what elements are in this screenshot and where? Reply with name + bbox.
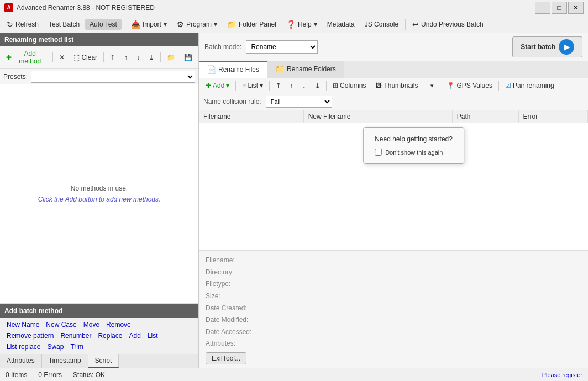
move-top-button[interactable]: ⤒ bbox=[106, 52, 119, 63]
start-batch-button[interactable]: Start batch ▶ bbox=[512, 36, 582, 57]
undo-icon: ↩ bbox=[412, 20, 419, 29]
add-method-button[interactable]: ✚ Add method bbox=[2, 48, 50, 67]
batch-tab-timestamp[interactable]: Timestamp bbox=[42, 354, 88, 368]
move-bottom-button[interactable]: ⤓ bbox=[145, 52, 158, 63]
list-label: List bbox=[248, 82, 258, 89]
exiftool-button[interactable]: ExifTool... bbox=[206, 352, 246, 364]
toolbar-divider-3 bbox=[160, 52, 161, 62]
batch-link-new-name[interactable]: New Name bbox=[3, 320, 43, 330]
batch-link-list-replace[interactable]: List replace bbox=[3, 342, 44, 352]
col-path: Path bbox=[452, 110, 518, 123]
collision-row: Name collision rule: Fail Skip Overwrite bbox=[199, 93, 588, 110]
columns-label: Columns bbox=[340, 82, 366, 89]
pair-renaming-button[interactable]: ☑ Pair renaming bbox=[501, 80, 559, 91]
batch-link-replace[interactable]: Replace bbox=[95, 331, 125, 341]
menu-test-batch[interactable]: Test Batch bbox=[44, 19, 84, 30]
gps-label: GPS Values bbox=[456, 82, 492, 89]
more-button[interactable]: ▾ bbox=[426, 81, 438, 91]
clear-button[interactable]: ⬚ Clear bbox=[70, 52, 101, 63]
ft-sep-6 bbox=[498, 81, 499, 91]
minimize-button[interactable]: ─ bbox=[535, 2, 550, 14]
info-date-accessed: Date Accessed: bbox=[206, 326, 581, 338]
col-new-filename: New Filename bbox=[303, 110, 452, 123]
batch-link-remove-pattern[interactable]: Remove pattern bbox=[3, 331, 57, 341]
maximize-button[interactable]: □ bbox=[552, 2, 567, 14]
import-icon: 📥 bbox=[131, 20, 140, 29]
menu-js-console-label: JS Console bbox=[365, 20, 398, 28]
save-button[interactable]: 💾 bbox=[180, 52, 196, 63]
app-icon: A bbox=[4, 3, 13, 12]
batch-link-remove[interactable]: Remove bbox=[103, 320, 134, 330]
sort-up-button[interactable]: ↑ bbox=[286, 81, 298, 91]
rename-files-icon: 📄 bbox=[207, 65, 216, 74]
close-button[interactable]: ✕ bbox=[568, 2, 584, 14]
tab-rename-folders[interactable]: 📁 Rename Folders bbox=[267, 61, 344, 78]
folder-button[interactable]: 📁 bbox=[163, 52, 179, 63]
file-info: Filename: Directory: Filetype: Size: Dat… bbox=[199, 251, 588, 368]
batch-link-trim[interactable]: Trim bbox=[67, 342, 87, 352]
batch-header: Add batch method bbox=[0, 304, 198, 318]
thumbnails-button[interactable]: 🖼 Thumbnails bbox=[371, 80, 422, 91]
batch-link-new-case[interactable]: New Case bbox=[43, 320, 80, 330]
menu-refresh[interactable]: ↻ Refresh bbox=[2, 18, 43, 30]
batch-tab-attributes[interactable]: Attributes bbox=[0, 354, 42, 368]
menu-help[interactable]: ❓ Help ▾ bbox=[282, 18, 322, 30]
program-dropdown-icon: ▾ bbox=[214, 20, 217, 28]
refresh-icon: ↻ bbox=[7, 20, 13, 29]
rename-folders-label: Rename Folders bbox=[287, 65, 336, 73]
add-files-label: Add bbox=[213, 82, 224, 89]
col-filename: Filename bbox=[199, 110, 303, 123]
sort-last-button[interactable]: ⤓ bbox=[311, 81, 324, 91]
presets-row: Presets: bbox=[0, 69, 198, 84]
move-up-button[interactable]: ↑ bbox=[120, 52, 132, 63]
please-register-link[interactable]: Please register bbox=[542, 372, 582, 378]
menu-import[interactable]: 📥 Import ▾ bbox=[127, 18, 171, 30]
collision-select[interactable]: Fail Skip Overwrite bbox=[266, 96, 332, 108]
delete-method-button[interactable]: ✕ bbox=[55, 52, 69, 63]
help-icon: ❓ bbox=[286, 20, 296, 29]
info-date-modified: Date Modified: bbox=[206, 314, 581, 326]
batch-section: Add batch method New Name New Case Move … bbox=[0, 304, 198, 368]
exiftool-label: ExifTool... bbox=[212, 354, 240, 362]
folder-panel-icon: 📁 bbox=[227, 20, 237, 29]
batch-link-move[interactable]: Move bbox=[80, 320, 103, 330]
list-button[interactable]: ≡ List ▾ bbox=[238, 80, 267, 91]
menu-metadata[interactable]: Metadata bbox=[323, 19, 359, 30]
batch-link-swap[interactable]: Swap bbox=[44, 342, 67, 352]
list-icon: ≡ bbox=[242, 82, 246, 89]
sort-down-button[interactable]: ↓ bbox=[298, 81, 311, 91]
menu-folder-panel[interactable]: 📁 Folder Panel bbox=[223, 18, 281, 30]
sort-first-button[interactable]: ⤒ bbox=[271, 81, 285, 91]
batch-tab-script[interactable]: Script bbox=[88, 354, 119, 368]
batch-link-list[interactable]: List bbox=[144, 331, 161, 341]
methods-area: No methods in use. Click the Add button … bbox=[0, 84, 198, 304]
menu-undo-batch[interactable]: ↩ Undo Previous Batch bbox=[408, 18, 488, 30]
batch-link-renumber[interactable]: Renumber bbox=[57, 331, 95, 341]
ft-sep-1 bbox=[235, 81, 236, 91]
columns-icon: ⊞ bbox=[333, 82, 338, 89]
menu-metadata-label: Metadata bbox=[327, 20, 355, 28]
batch-mode-select[interactable]: Rename Copy Move bbox=[246, 40, 318, 54]
no-methods-text: No methods in use. bbox=[71, 184, 128, 192]
help-popup: Need help getting started? Don't show th… bbox=[363, 127, 464, 164]
dont-show-checkbox[interactable] bbox=[375, 149, 382, 156]
pair-checkbox: ☑ bbox=[505, 82, 511, 89]
menu-js-console[interactable]: JS Console bbox=[360, 19, 403, 30]
batch-link-add[interactable]: Add bbox=[125, 331, 144, 341]
menu-program[interactable]: ⚙ Program ▾ bbox=[172, 18, 222, 30]
methods-hint: Click the Add button to add new methods. bbox=[38, 195, 161, 203]
menu-auto-test[interactable]: Auto Test bbox=[85, 19, 122, 30]
tab-rename-files[interactable]: 📄 Rename Files bbox=[199, 61, 267, 78]
script-tab-label: Script bbox=[95, 357, 112, 364]
file-table-body bbox=[199, 123, 588, 127]
top-controls: Batch mode: Rename Copy Move Start batch… bbox=[199, 33, 588, 61]
attributes-tab-label: Attributes bbox=[7, 357, 35, 364]
menu-refresh-label: Refresh bbox=[15, 20, 39, 28]
move-down-button[interactable]: ↓ bbox=[133, 52, 144, 63]
presets-select[interactable] bbox=[31, 71, 195, 83]
add-files-button[interactable]: ✚ Add ▾ bbox=[201, 80, 234, 91]
rename-files-label: Rename Files bbox=[218, 66, 259, 73]
gps-values-button[interactable]: 📍 GPS Values bbox=[442, 80, 496, 91]
columns-button[interactable]: ⊞ Columns bbox=[328, 80, 370, 91]
menu-import-label: Import bbox=[143, 20, 161, 28]
